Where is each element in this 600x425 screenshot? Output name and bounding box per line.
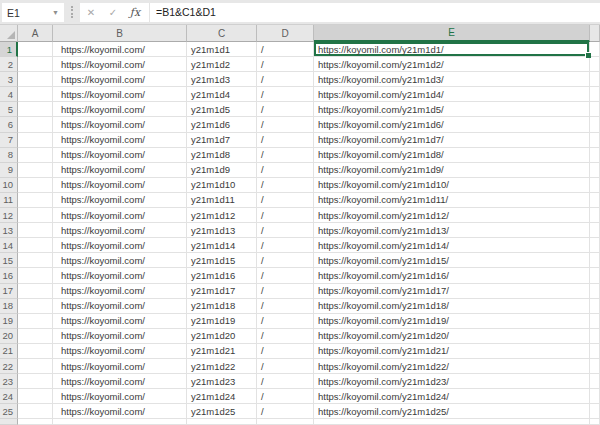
- cell-D14[interactable]: /: [257, 238, 314, 253]
- cell-row26-partial[interactable]: [257, 419, 314, 425]
- cell-D5[interactable]: /: [257, 102, 314, 117]
- cell-F8-partial[interactable]: [590, 148, 600, 163]
- column-header-B[interactable]: B: [53, 25, 187, 42]
- cell-E15[interactable]: https://koyomil.com/y21m1d15/: [314, 253, 590, 268]
- cell-A18[interactable]: [18, 299, 53, 314]
- cell-E6[interactable]: https://koyomil.com/y21m1d6/: [314, 117, 590, 132]
- cell-C18[interactable]: y21m1d18: [187, 299, 257, 314]
- cell-E9[interactable]: https://koyomil.com/y21m1d9/: [314, 163, 590, 178]
- cell-B22[interactable]: https://koyomil.com/: [53, 359, 187, 374]
- cell-C20[interactable]: y21m1d20: [187, 329, 257, 344]
- cell-F4-partial[interactable]: [590, 87, 600, 102]
- cell-F7-partial[interactable]: [590, 133, 600, 148]
- cell-C5[interactable]: y21m1d5: [187, 102, 257, 117]
- row-header-11[interactable]: 11: [0, 193, 18, 208]
- cell-C14[interactable]: y21m1d14: [187, 238, 257, 253]
- cell-C11[interactable]: y21m1d11: [187, 193, 257, 208]
- cell-F13-partial[interactable]: [590, 223, 600, 238]
- cell-A2[interactable]: [18, 57, 53, 72]
- cell-C12[interactable]: y21m1d12: [187, 208, 257, 223]
- row-header-17[interactable]: 17: [0, 284, 18, 299]
- cell-D21[interactable]: /: [257, 344, 314, 359]
- cell-D22[interactable]: /: [257, 359, 314, 374]
- cell-B16[interactable]: https://koyomil.com/: [53, 268, 187, 283]
- cell-D19[interactable]: /: [257, 314, 314, 329]
- cell-A4[interactable]: [18, 87, 53, 102]
- cell-D1[interactable]: /: [257, 42, 314, 57]
- cell-F22-partial[interactable]: [590, 359, 600, 374]
- cell-C24[interactable]: y21m1d24: [187, 389, 257, 404]
- row-header-12[interactable]: 12: [0, 208, 18, 223]
- cell-F21-partial[interactable]: [590, 344, 600, 359]
- cell-F1-partial[interactable]: [590, 42, 600, 57]
- row-header-4[interactable]: 4: [0, 87, 18, 102]
- cell-E19[interactable]: https://koyomil.com/y21m1d19/: [314, 314, 590, 329]
- cell-D3[interactable]: /: [257, 72, 314, 87]
- cell-A14[interactable]: [18, 238, 53, 253]
- cell-C1[interactable]: y21m1d1: [187, 42, 257, 57]
- cell-A20[interactable]: [18, 329, 53, 344]
- cell-D23[interactable]: /: [257, 374, 314, 389]
- cell-C13[interactable]: y21m1d13: [187, 223, 257, 238]
- cell-C9[interactable]: y21m1d9: [187, 163, 257, 178]
- cell-E5[interactable]: https://koyomil.com/y21m1d5/: [314, 102, 590, 117]
- cell-E10[interactable]: https://koyomil.com/y21m1d10/: [314, 178, 590, 193]
- row-header-9[interactable]: 9: [0, 163, 18, 178]
- cell-F18-partial[interactable]: [590, 299, 600, 314]
- cell-C22[interactable]: y21m1d22: [187, 359, 257, 374]
- cell-C16[interactable]: y21m1d16: [187, 268, 257, 283]
- cell-B1[interactable]: https://koyomil.com/: [53, 42, 187, 57]
- row-header-2[interactable]: 2: [0, 57, 18, 72]
- cell-A16[interactable]: [18, 268, 53, 283]
- cell-F10-partial[interactable]: [590, 178, 600, 193]
- column-header-E[interactable]: E: [314, 25, 590, 42]
- column-header-F-partial[interactable]: [590, 25, 600, 42]
- insert-function-button[interactable]: ƒx: [124, 3, 146, 22]
- cell-A13[interactable]: [18, 223, 53, 238]
- cell-A10[interactable]: [18, 178, 53, 193]
- cell-B10[interactable]: https://koyomil.com/: [53, 178, 187, 193]
- cell-F15-partial[interactable]: [590, 253, 600, 268]
- cell-A3[interactable]: [18, 72, 53, 87]
- cell-D16[interactable]: /: [257, 268, 314, 283]
- cell-D7[interactable]: /: [257, 133, 314, 148]
- cell-E8[interactable]: https://koyomil.com/y21m1d8/: [314, 148, 590, 163]
- cell-F16-partial[interactable]: [590, 268, 600, 283]
- cell-A12[interactable]: [18, 208, 53, 223]
- cell-E24[interactable]: https://koyomil.com/y21m1d24/: [314, 389, 590, 404]
- row-header-10[interactable]: 10: [0, 178, 18, 193]
- cell-F2-partial[interactable]: [590, 57, 600, 72]
- row-header-19[interactable]: 19: [0, 314, 18, 329]
- cell-F20-partial[interactable]: [590, 329, 600, 344]
- formula-input[interactable]: =B1&C1&D1: [156, 3, 600, 22]
- row-header-16[interactable]: 16: [0, 268, 18, 283]
- row-header-14[interactable]: 14: [0, 238, 18, 253]
- cell-B9[interactable]: https://koyomil.com/: [53, 163, 187, 178]
- cell-D8[interactable]: /: [257, 148, 314, 163]
- cell-D15[interactable]: /: [257, 253, 314, 268]
- cell-B5[interactable]: https://koyomil.com/: [53, 102, 187, 117]
- cell-A5[interactable]: [18, 102, 53, 117]
- cell-E11[interactable]: https://koyomil.com/y21m1d11/: [314, 193, 590, 208]
- cell-F3-partial[interactable]: [590, 72, 600, 87]
- cell-C10[interactable]: y21m1d10: [187, 178, 257, 193]
- cell-E7[interactable]: https://koyomil.com/y21m1d7/: [314, 133, 590, 148]
- row-header-22[interactable]: 22: [0, 359, 18, 374]
- cell-row26-partial[interactable]: [314, 419, 590, 425]
- cell-F9-partial[interactable]: [590, 163, 600, 178]
- enter-button[interactable]: ✓: [102, 3, 124, 22]
- cell-A25[interactable]: [18, 404, 53, 419]
- cell-A11[interactable]: [18, 193, 53, 208]
- select-all-button[interactable]: [0, 25, 18, 42]
- row-header-15[interactable]: 15: [0, 253, 18, 268]
- cell-B7[interactable]: https://koyomil.com/: [53, 133, 187, 148]
- cell-B20[interactable]: https://koyomil.com/: [53, 329, 187, 344]
- row-header-26-partial[interactable]: [0, 419, 18, 425]
- cell-F25-partial[interactable]: [590, 404, 600, 419]
- name-box[interactable]: E1 ▼: [2, 3, 64, 22]
- cell-E22[interactable]: https://koyomil.com/y21m1d22/: [314, 359, 590, 374]
- cell-B21[interactable]: https://koyomil.com/: [53, 344, 187, 359]
- cell-F24-partial[interactable]: [590, 389, 600, 404]
- cell-D17[interactable]: /: [257, 284, 314, 299]
- cell-B6[interactable]: https://koyomil.com/: [53, 117, 187, 132]
